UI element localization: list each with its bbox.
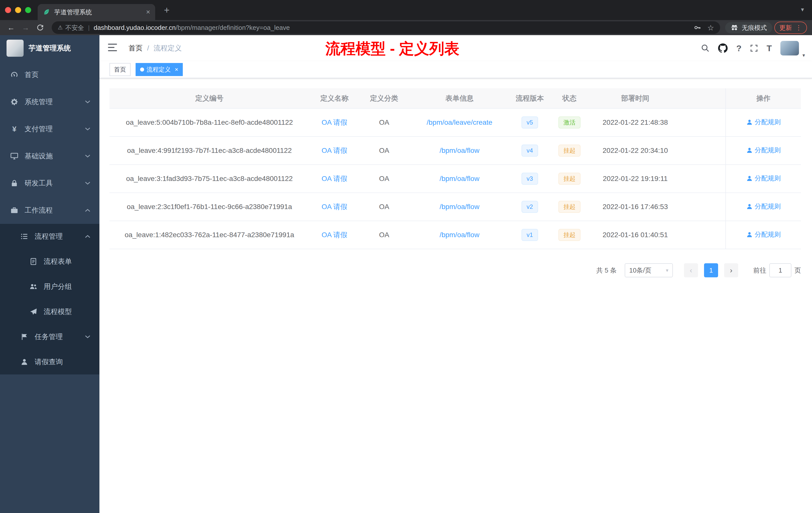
sidebar-item-home[interactable]: 首页 (0, 61, 99, 88)
form-link[interactable]: /bpm/oa/flow (440, 203, 480, 211)
close-window-button[interactable] (5, 7, 11, 13)
definition-category: OA (359, 193, 409, 221)
avatar[interactable] (780, 41, 799, 56)
next-page-button[interactable]: › (724, 263, 738, 277)
browser-tab[interactable]: 芋道管理系统 × (38, 4, 155, 20)
definition-name-link[interactable]: OA 请假 (322, 231, 348, 239)
prev-page-button[interactable]: ‹ (684, 263, 698, 277)
github-icon[interactable] (718, 43, 728, 53)
sidebar-item-process-form[interactable]: 流程表单 (0, 249, 99, 274)
form-link[interactable]: /bpm/oa/leave/create (427, 118, 492, 126)
breadcrumb-home[interactable]: 首页 (128, 43, 143, 53)
flag-icon (20, 333, 29, 340)
page-url[interactable]: dashboard.yudao.iocoder.cn/bpm/manager/d… (94, 24, 290, 32)
zoom-window-button[interactable] (25, 7, 31, 13)
gear-icon (10, 98, 19, 106)
assign-rule-link[interactable]: 分配规则 (746, 174, 781, 183)
browser-toolbar: ← → ⚠ 不安全 | dashboard.yudao.iocoder.cn/b… (0, 20, 812, 35)
sidebar-item-process-management[interactable]: 流程管理 (0, 224, 99, 249)
sidebar-item-label: 研发工具 (25, 178, 53, 188)
monitor-icon (10, 152, 19, 160)
status-badge: 挂起 (558, 173, 580, 185)
chevron-up-icon (85, 209, 90, 212)
form-link[interactable]: /bpm/oa/flow (440, 231, 480, 239)
select-caret-icon: ▾ (666, 267, 668, 273)
minimize-window-button[interactable] (15, 7, 21, 13)
paper-plane-icon (29, 308, 38, 315)
sidebar-item-process-model[interactable]: 流程模型 (0, 299, 99, 324)
tab-search-chevron-icon[interactable]: ▾ (801, 6, 804, 13)
assign-rule-label: 分配规则 (755, 118, 781, 126)
page-size-value: 10条/页 (629, 266, 651, 275)
back-button[interactable]: ← (5, 22, 17, 34)
address-bar[interactable]: ⚠ 不安全 | dashboard.yudao.iocoder.cn/bpm/m… (52, 21, 720, 34)
sidebar-item-leave-query[interactable]: 请假查询 (0, 350, 99, 374)
security-label[interactable]: 不安全 (65, 24, 84, 32)
sidebar-item-system[interactable]: 系统管理 (0, 88, 99, 116)
bookmark-star-icon[interactable]: ☆ (707, 23, 714, 32)
assign-rule-link[interactable]: 分配规则 (746, 118, 781, 126)
definition-name-link[interactable]: OA 请假 (322, 175, 348, 182)
update-browser-button[interactable]: 更新 ⋮ (774, 22, 807, 34)
url-separator: | (88, 24, 90, 31)
table-row: oa_leave:2:3c1f0ef1-76b1-11ec-9c66-a2380… (110, 193, 801, 221)
fullscreen-icon[interactable] (750, 44, 758, 52)
chevron-down-icon (85, 127, 90, 131)
form-link[interactable]: /bpm/oa/flow (440, 147, 480, 154)
search-icon[interactable] (701, 44, 709, 53)
assign-rule-label: 分配规则 (755, 230, 781, 239)
sidebar-item-payment[interactable]: ¥ 支付管理 (0, 116, 99, 143)
sidebar-item-devtools[interactable]: 研发工具 (0, 170, 99, 197)
deploy-time: 2022-01-22 21:48:38 (589, 109, 681, 137)
page-content: 定义编号 定义名称 定义分类 表单信息 流程版本 状态 部署时间 操作 (99, 78, 812, 277)
workflow-submenu: 流程管理 流程表单 用户分组 (0, 224, 99, 374)
reload-button[interactable] (34, 22, 46, 34)
chevron-down-icon (85, 335, 90, 338)
column-header-time: 部署时间 (589, 88, 681, 109)
dashboard-icon (10, 71, 19, 79)
tag-label: 流程定义 (147, 65, 171, 73)
definition-name-link[interactable]: OA 请假 (322, 203, 348, 211)
tag-process-definition[interactable]: 流程定义 × (136, 63, 183, 76)
hamburger-icon[interactable] (108, 44, 117, 51)
assign-rule-link[interactable]: 分配规则 (746, 146, 781, 155)
filler-cell (681, 164, 726, 193)
sidebar-item-user-group[interactable]: 用户分组 (0, 274, 99, 299)
sidebar-item-workflow[interactable]: 工作流程 (0, 197, 99, 224)
column-header-id: 定义编号 (110, 88, 309, 109)
version-badge: v4 (522, 145, 538, 157)
page-size-select[interactable]: 10条/页 ▾ (625, 263, 673, 277)
column-header-version: 流程版本 (510, 88, 549, 109)
page-1-button[interactable]: 1 (704, 263, 718, 277)
assign-rule-link[interactable]: 分配规则 (746, 202, 781, 211)
tab-close-icon[interactable]: × (146, 8, 150, 16)
definition-name-link[interactable]: OA 请假 (322, 118, 348, 126)
goto-page-input[interactable] (769, 263, 791, 277)
app-logo[interactable]: 芋道管理系统 (0, 35, 99, 61)
forward-button[interactable]: → (20, 22, 32, 34)
table-row: oa_leave:4:991f2193-7b7f-11ec-a3c8-acde4… (110, 137, 801, 164)
definition-category: OA (359, 221, 409, 249)
help-icon[interactable]: ? (736, 43, 742, 53)
form-link[interactable]: /bpm/oa/flow (440, 175, 480, 182)
definition-category: OA (359, 109, 409, 137)
sidebar-item-infrastructure[interactable]: 基础设施 (0, 143, 99, 170)
sidebar-item-label: 系统管理 (25, 97, 53, 107)
filler-cell (681, 137, 726, 164)
deploy-time: 2022-01-22 19:19:11 (589, 164, 681, 193)
tag-close-icon[interactable]: × (175, 66, 178, 73)
definition-name-link[interactable]: OA 请假 (322, 147, 348, 154)
new-tab-button[interactable]: + (160, 3, 174, 17)
sidebar-item-task-management[interactable]: 任务管理 (0, 324, 99, 350)
goto-suffix: 页 (794, 266, 801, 275)
password-key-icon[interactable] (694, 24, 701, 31)
tag-home[interactable]: 首页 (110, 63, 130, 76)
sidebar-item-label: 任务管理 (35, 332, 63, 341)
font-size-icon[interactable]: T (766, 43, 772, 53)
goto-prefix: 前往 (753, 266, 766, 275)
person-icon (20, 358, 29, 366)
sidebar-item-label: 流程模型 (44, 307, 72, 316)
url-path: /bpm/manager/definition?key=oa_leave (176, 24, 290, 31)
browser-menu-icon[interactable]: ⋮ (795, 24, 802, 32)
assign-rule-link[interactable]: 分配规则 (746, 230, 781, 239)
